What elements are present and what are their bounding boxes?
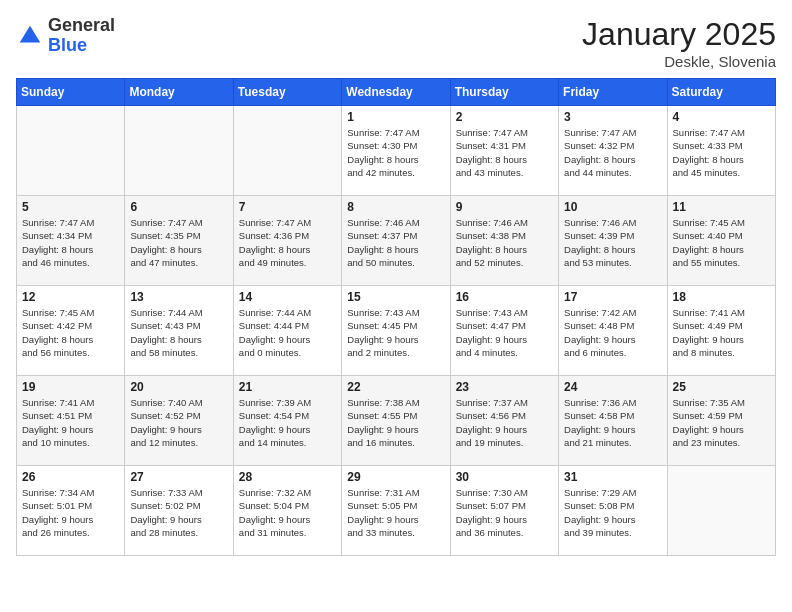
calendar-day-cell: 21Sunrise: 7:39 AM Sunset: 4:54 PM Dayli… [233,376,341,466]
calendar-week-row: 19Sunrise: 7:41 AM Sunset: 4:51 PM Dayli… [17,376,776,466]
logo-general-text: General [48,15,115,35]
day-number: 22 [347,380,444,394]
weekday-header: Monday [125,79,233,106]
day-info: Sunrise: 7:47 AM Sunset: 4:34 PM Dayligh… [22,216,119,269]
calendar-day-cell: 20Sunrise: 7:40 AM Sunset: 4:52 PM Dayli… [125,376,233,466]
calendar-day-cell: 12Sunrise: 7:45 AM Sunset: 4:42 PM Dayli… [17,286,125,376]
day-number: 11 [673,200,770,214]
calendar-day-cell: 17Sunrise: 7:42 AM Sunset: 4:48 PM Dayli… [559,286,667,376]
day-number: 23 [456,380,553,394]
day-info: Sunrise: 7:46 AM Sunset: 4:39 PM Dayligh… [564,216,661,269]
day-number: 28 [239,470,336,484]
calendar-table: SundayMondayTuesdayWednesdayThursdayFrid… [16,78,776,556]
day-number: 26 [22,470,119,484]
calendar-day-cell: 16Sunrise: 7:43 AM Sunset: 4:47 PM Dayli… [450,286,558,376]
day-info: Sunrise: 7:38 AM Sunset: 4:55 PM Dayligh… [347,396,444,449]
logo-blue-text: Blue [48,35,87,55]
calendar-day-cell: 22Sunrise: 7:38 AM Sunset: 4:55 PM Dayli… [342,376,450,466]
day-number: 15 [347,290,444,304]
calendar-day-cell: 25Sunrise: 7:35 AM Sunset: 4:59 PM Dayli… [667,376,775,466]
day-number: 12 [22,290,119,304]
day-info: Sunrise: 7:31 AM Sunset: 5:05 PM Dayligh… [347,486,444,539]
day-info: Sunrise: 7:35 AM Sunset: 4:59 PM Dayligh… [673,396,770,449]
calendar-week-row: 5Sunrise: 7:47 AM Sunset: 4:34 PM Daylig… [17,196,776,286]
calendar-day-cell: 23Sunrise: 7:37 AM Sunset: 4:56 PM Dayli… [450,376,558,466]
day-number: 31 [564,470,661,484]
calendar-day-cell: 27Sunrise: 7:33 AM Sunset: 5:02 PM Dayli… [125,466,233,556]
day-number: 25 [673,380,770,394]
calendar-day-cell: 7Sunrise: 7:47 AM Sunset: 4:36 PM Daylig… [233,196,341,286]
day-info: Sunrise: 7:47 AM Sunset: 4:33 PM Dayligh… [673,126,770,179]
weekday-header: Sunday [17,79,125,106]
day-info: Sunrise: 7:36 AM Sunset: 4:58 PM Dayligh… [564,396,661,449]
day-number: 16 [456,290,553,304]
calendar-day-cell: 24Sunrise: 7:36 AM Sunset: 4:58 PM Dayli… [559,376,667,466]
day-info: Sunrise: 7:47 AM Sunset: 4:32 PM Dayligh… [564,126,661,179]
calendar-day-cell: 2Sunrise: 7:47 AM Sunset: 4:31 PM Daylig… [450,106,558,196]
day-number: 4 [673,110,770,124]
day-info: Sunrise: 7:47 AM Sunset: 4:36 PM Dayligh… [239,216,336,269]
day-number: 24 [564,380,661,394]
day-info: Sunrise: 7:47 AM Sunset: 4:30 PM Dayligh… [347,126,444,179]
day-number: 14 [239,290,336,304]
day-number: 8 [347,200,444,214]
day-number: 5 [22,200,119,214]
calendar-day-cell [17,106,125,196]
day-info: Sunrise: 7:47 AM Sunset: 4:35 PM Dayligh… [130,216,227,269]
calendar-day-cell: 11Sunrise: 7:45 AM Sunset: 4:40 PM Dayli… [667,196,775,286]
day-number: 18 [673,290,770,304]
day-info: Sunrise: 7:45 AM Sunset: 4:42 PM Dayligh… [22,306,119,359]
day-number: 9 [456,200,553,214]
day-info: Sunrise: 7:41 AM Sunset: 4:49 PM Dayligh… [673,306,770,359]
calendar-day-cell: 4Sunrise: 7:47 AM Sunset: 4:33 PM Daylig… [667,106,775,196]
day-number: 27 [130,470,227,484]
calendar-day-cell: 30Sunrise: 7:30 AM Sunset: 5:07 PM Dayli… [450,466,558,556]
day-info: Sunrise: 7:44 AM Sunset: 4:44 PM Dayligh… [239,306,336,359]
day-info: Sunrise: 7:40 AM Sunset: 4:52 PM Dayligh… [130,396,227,449]
weekday-header: Wednesday [342,79,450,106]
calendar-day-cell: 18Sunrise: 7:41 AM Sunset: 4:49 PM Dayli… [667,286,775,376]
day-number: 20 [130,380,227,394]
day-info: Sunrise: 7:43 AM Sunset: 4:45 PM Dayligh… [347,306,444,359]
calendar-day-cell: 1Sunrise: 7:47 AM Sunset: 4:30 PM Daylig… [342,106,450,196]
calendar-week-row: 12Sunrise: 7:45 AM Sunset: 4:42 PM Dayli… [17,286,776,376]
day-number: 7 [239,200,336,214]
svg-marker-0 [20,26,41,43]
day-info: Sunrise: 7:32 AM Sunset: 5:04 PM Dayligh… [239,486,336,539]
title-area: January 2025 Deskle, Slovenia [582,16,776,70]
calendar-day-cell: 31Sunrise: 7:29 AM Sunset: 5:08 PM Dayli… [559,466,667,556]
day-info: Sunrise: 7:41 AM Sunset: 4:51 PM Dayligh… [22,396,119,449]
calendar-day-cell [125,106,233,196]
day-info: Sunrise: 7:45 AM Sunset: 4:40 PM Dayligh… [673,216,770,269]
month-title: January 2025 [582,16,776,53]
day-number: 10 [564,200,661,214]
logo-icon [16,22,44,50]
calendar-day-cell: 26Sunrise: 7:34 AM Sunset: 5:01 PM Dayli… [17,466,125,556]
day-info: Sunrise: 7:30 AM Sunset: 5:07 PM Dayligh… [456,486,553,539]
calendar-day-cell: 9Sunrise: 7:46 AM Sunset: 4:38 PM Daylig… [450,196,558,286]
calendar-week-row: 1Sunrise: 7:47 AM Sunset: 4:30 PM Daylig… [17,106,776,196]
calendar-day-cell: 8Sunrise: 7:46 AM Sunset: 4:37 PM Daylig… [342,196,450,286]
day-info: Sunrise: 7:29 AM Sunset: 5:08 PM Dayligh… [564,486,661,539]
calendar-day-cell: 5Sunrise: 7:47 AM Sunset: 4:34 PM Daylig… [17,196,125,286]
day-number: 30 [456,470,553,484]
page-header: General Blue January 2025 Deskle, Sloven… [16,16,776,70]
day-info: Sunrise: 7:46 AM Sunset: 4:38 PM Dayligh… [456,216,553,269]
day-number: 13 [130,290,227,304]
day-info: Sunrise: 7:34 AM Sunset: 5:01 PM Dayligh… [22,486,119,539]
day-info: Sunrise: 7:44 AM Sunset: 4:43 PM Dayligh… [130,306,227,359]
day-info: Sunrise: 7:42 AM Sunset: 4:48 PM Dayligh… [564,306,661,359]
weekday-header: Friday [559,79,667,106]
day-info: Sunrise: 7:39 AM Sunset: 4:54 PM Dayligh… [239,396,336,449]
calendar-day-cell: 10Sunrise: 7:46 AM Sunset: 4:39 PM Dayli… [559,196,667,286]
calendar-week-row: 26Sunrise: 7:34 AM Sunset: 5:01 PM Dayli… [17,466,776,556]
day-info: Sunrise: 7:43 AM Sunset: 4:47 PM Dayligh… [456,306,553,359]
day-number: 6 [130,200,227,214]
day-number: 3 [564,110,661,124]
day-info: Sunrise: 7:47 AM Sunset: 4:31 PM Dayligh… [456,126,553,179]
day-number: 2 [456,110,553,124]
calendar-day-cell: 15Sunrise: 7:43 AM Sunset: 4:45 PM Dayli… [342,286,450,376]
calendar-day-cell: 14Sunrise: 7:44 AM Sunset: 4:44 PM Dayli… [233,286,341,376]
day-info: Sunrise: 7:33 AM Sunset: 5:02 PM Dayligh… [130,486,227,539]
weekday-header: Tuesday [233,79,341,106]
